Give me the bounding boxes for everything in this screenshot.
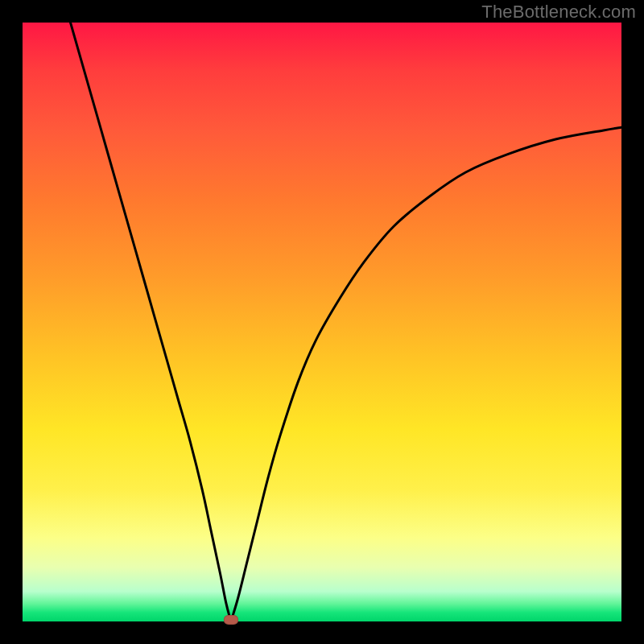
series-left-branch <box>71 23 231 621</box>
watermark-label: TheBottleneck.com <box>481 2 636 23</box>
curve-layer <box>23 23 621 621</box>
minimum-marker <box>224 615 238 625</box>
plot-area <box>23 23 621 621</box>
chart-frame: TheBottleneck.com <box>0 0 644 644</box>
series-right-branch <box>231 127 621 621</box>
